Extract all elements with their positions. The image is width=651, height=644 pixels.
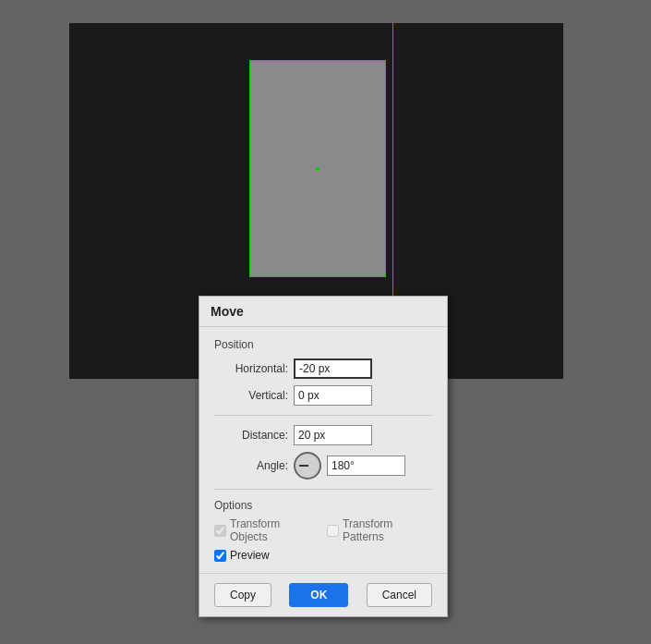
transform-patterns-checkbox-label[interactable]: Transform Patterns: [327, 517, 432, 543]
dialog-body: Position Horizontal: Vertical: Distance:…: [199, 327, 447, 573]
position-section-label: Position: [214, 338, 432, 351]
dialog-footer: Copy OK Cancel: [199, 573, 447, 616]
transform-patterns-label: Transform Patterns: [343, 517, 432, 543]
copy-button[interactable]: Copy: [214, 583, 271, 607]
angle-label: Angle:: [214, 459, 288, 472]
divider-2: [214, 489, 432, 490]
distance-input[interactable]: [294, 425, 372, 445]
vertical-label: Vertical:: [214, 389, 288, 402]
angle-input[interactable]: [327, 456, 405, 476]
options-checkboxes-row: Transform Objects Transform Patterns: [214, 517, 432, 543]
divider-1: [214, 415, 432, 416]
dialog-titlebar: Move: [199, 297, 447, 327]
vertical-input[interactable]: [294, 385, 372, 406]
distance-label: Distance:: [214, 429, 288, 442]
preview-checkbox[interactable]: [214, 550, 226, 562]
horizontal-label: Horizontal:: [214, 362, 288, 375]
angle-dial[interactable]: [294, 452, 321, 480]
shape-center-dot: [316, 167, 319, 171]
ok-button[interactable]: OK: [289, 583, 348, 607]
move-dialog: Move Position Horizontal: Vertical: Dist…: [199, 296, 448, 617]
horizontal-input[interactable]: [294, 358, 372, 379]
preview-row: Preview: [214, 549, 432, 562]
distance-row: Distance:: [214, 425, 432, 445]
horizontal-row: Horizontal:: [214, 358, 432, 379]
transform-objects-checkbox-label[interactable]: Transform Objects: [214, 517, 316, 543]
cancel-button[interactable]: Cancel: [367, 583, 432, 607]
angle-row: Angle:: [214, 452, 432, 480]
transform-patterns-checkbox[interactable]: [327, 525, 339, 537]
transform-objects-checkbox[interactable]: [214, 525, 226, 537]
preview-label: Preview: [230, 549, 270, 562]
dialog-title: Move: [211, 304, 244, 319]
transform-objects-label: Transform Objects: [230, 517, 316, 543]
canvas-shape: [249, 60, 386, 277]
vertical-row: Vertical:: [214, 385, 432, 406]
options-section-label: Options: [214, 499, 432, 512]
